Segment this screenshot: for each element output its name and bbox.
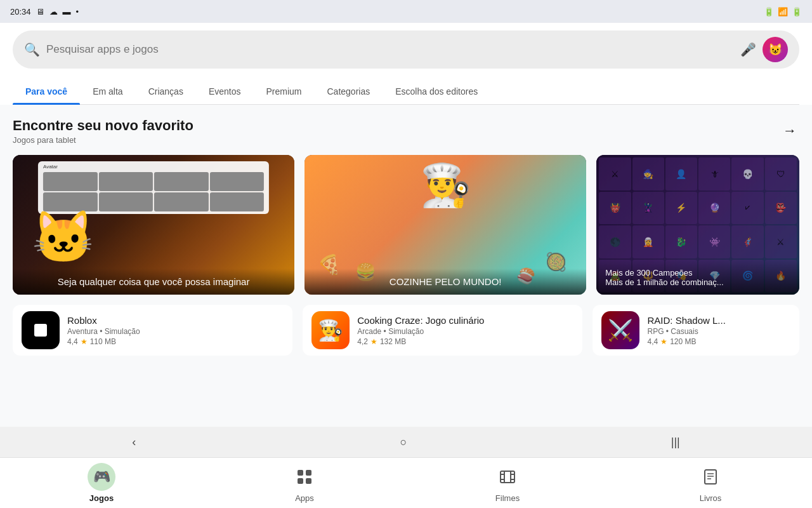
roblox-app-icon (22, 311, 60, 349)
avatar-icon: 😺 (768, 43, 782, 57)
cooking-app-info: Cooking Craze: Jogo culinário Arcade • S… (357, 315, 573, 346)
app-item-roblox[interactable]: Roblox Aventura • Simulação 4,4 ★ 110 MB (13, 305, 292, 356)
battery-icon: 🔋 (764, 7, 774, 17)
cooking-app-icon: 👨‍🍳 (311, 311, 350, 349)
mic-icon[interactable]: 🎤 (740, 42, 756, 57)
main-content: Encontre seu novo favorito Jogos para ta… (0, 105, 812, 443)
svg-rect-1 (34, 324, 47, 337)
raid-app-info: RAID: Shadow L... RPG • Casuais 4,4 ★ 12… (647, 315, 790, 346)
svg-rect-5 (306, 478, 311, 484)
avatar[interactable]: 😺 (763, 37, 788, 62)
filmes-icon (499, 469, 516, 485)
tab-escolha-editores[interactable]: Escolha dos editores (383, 79, 490, 104)
raid-app-name: RAID: Shadow L... (647, 315, 790, 326)
app-item-cooking[interactable]: 👨‍🍳 Cooking Craze: Jogo culinário Arcade… (303, 305, 582, 356)
tab-eventos[interactable]: Eventos (196, 79, 254, 104)
cooking-icon-emoji: 👨‍🍳 (318, 318, 343, 342)
section-title-block: Encontre seu novo favorito Jogos para ta… (13, 117, 193, 145)
svg-rect-6 (501, 471, 514, 483)
nav-item-apps[interactable]: Apps (203, 458, 406, 508)
wifi-icon: 📶 (778, 7, 788, 17)
svg-rect-13 (705, 470, 716, 484)
cooking-card-overlay: COZINHE PELO MUNDO! (304, 269, 586, 295)
livros-icon (702, 469, 719, 485)
bottom-nav: 🎮 Jogos Apps Filmes (0, 457, 812, 508)
roblox-app-meta: 4,4 ★ 110 MB (67, 337, 284, 346)
section-arrow[interactable]: → (780, 120, 799, 142)
livros-icon-container (697, 463, 724, 491)
raid-app-meta: 4,4 ★ 120 MB (647, 337, 790, 346)
roblox-ui-label: Avatar (43, 164, 58, 170)
tab-em-alta[interactable]: Em alta (80, 79, 135, 104)
tab-para-voce[interactable]: Para você (13, 79, 80, 104)
jogos-icon-container: 🎮 (88, 463, 115, 491)
apps-icon-container (291, 463, 318, 491)
roblox-star: ★ (81, 337, 88, 346)
search-input[interactable] (46, 43, 734, 56)
status-bar: 20:34 🖥 ☁ ▬ • 🔋 📶 🔋 (0, 0, 812, 23)
tab-categorias[interactable]: Categorias (315, 79, 383, 104)
cooking-app-meta: 4,2 ★ 132 MB (357, 337, 573, 346)
cooking-app-name: Cooking Craze: Jogo culinário (357, 315, 573, 326)
section-subtitle: Jogos para tablet (13, 135, 193, 145)
nav-tabs: Para você Em alta Crianças Eventos Premi… (13, 79, 799, 105)
raid-star: ★ (660, 337, 667, 346)
svg-rect-2 (298, 470, 303, 476)
search-icon: 🔍 (24, 42, 40, 57)
cast-icon: ▬ (63, 7, 71, 17)
roblox-app-info: Roblox Aventura • Simulação 4,4 ★ 110 MB (67, 315, 284, 346)
status-left: 20:34 🖥 ☁ ▬ • (10, 7, 79, 17)
game-card-cooking[interactable]: 👨‍🍳 🍕 🍔 🥘 🍣 COZINHE PELO MUNDO! (304, 155, 586, 295)
nav-item-livros[interactable]: Livros (609, 458, 812, 508)
cooking-star: ★ (370, 337, 377, 346)
chef-character: 👨‍🍳 (420, 161, 471, 210)
raid-tagline-1: Mais de 300 Campeões (605, 268, 790, 277)
raid-icon-emoji: ⚔️ (608, 318, 633, 342)
home-button[interactable]: ○ (375, 431, 433, 454)
jogos-label: Jogos (89, 493, 114, 503)
nav-item-jogos[interactable]: 🎮 Jogos (0, 458, 203, 508)
notification-icon: 🖥 (36, 7, 44, 17)
back-button[interactable]: ‹ (107, 431, 161, 454)
apps-label: Apps (295, 493, 314, 503)
cloud-icon: ☁ (49, 7, 58, 17)
game-card-raid[interactable]: ⚔ 🧙 👤 🗡 💀 🛡 👹 🦹 ⚡ 🔮 🗸 👺 🌑 🧝 🐉 👾 (596, 155, 799, 295)
tab-criancas[interactable]: Crianças (136, 79, 196, 104)
game-cards-row: Avatar 🐱 (13, 155, 799, 295)
raid-tagline-2: Mais de 1 milhão de combinaç... (605, 277, 790, 287)
apps-grid-icon (296, 469, 313, 485)
app-item-raid[interactable]: ⚔️ RAID: Shadow L... RPG • Casuais 4,4 ★… (593, 305, 799, 356)
system-nav-bar: ‹ ○ ||| (0, 427, 812, 457)
section-title: Encontre seu novo favorito (13, 117, 193, 134)
filmes-icon-container (494, 463, 521, 491)
recent-button[interactable]: ||| (646, 431, 705, 454)
game-card-roblox[interactable]: Avatar 🐱 (13, 155, 294, 295)
livros-label: Livros (700, 493, 722, 503)
top-area: 🔍 🎤 😺 Para você Em alta Crianças Eventos… (0, 23, 812, 105)
app-list-row: Roblox Aventura • Simulação 4,4 ★ 110 MB… (13, 305, 799, 356)
roblox-character: 🐱 (32, 212, 95, 263)
svg-rect-3 (306, 470, 311, 476)
raid-app-icon: ⚔️ (601, 311, 639, 349)
filmes-label: Filmes (495, 493, 520, 503)
cooking-app-category: Arcade • Simulação (357, 327, 573, 336)
roblox-app-category: Aventura • Simulação (67, 327, 284, 336)
raid-card-overlay: Mais de 300 Campeões Mais de 1 milhão de… (596, 260, 799, 295)
status-right: 🔋 📶 🔋 (764, 7, 802, 17)
roblox-card-overlay: Seja qualquer coisa que você possa imagi… (13, 269, 294, 295)
svg-rect-4 (298, 478, 303, 484)
section-header: Encontre seu novo favorito Jogos para ta… (13, 117, 799, 145)
status-time: 20:34 (10, 7, 31, 17)
roblox-app-name: Roblox (67, 315, 284, 326)
tab-premium[interactable]: Premium (253, 79, 314, 104)
dot-icon: • (76, 7, 79, 17)
raid-app-category: RPG • Casuais (647, 327, 790, 336)
jogos-icon: 🎮 (93, 469, 110, 485)
signal-icon: 🔋 (792, 7, 802, 17)
search-bar: 🔍 🎤 😺 (13, 30, 799, 69)
nav-item-filmes[interactable]: Filmes (406, 458, 609, 508)
